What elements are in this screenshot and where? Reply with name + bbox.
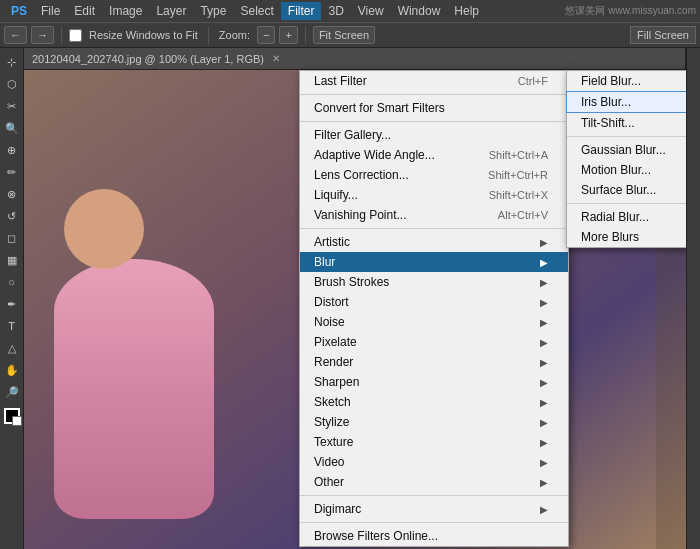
filter-sep-5 bbox=[300, 522, 568, 523]
tool-spot-heal[interactable]: ⊕ bbox=[2, 140, 22, 160]
canvas-tab: 20120404_202740.jpg @ 100% (Layer 1, RGB… bbox=[24, 48, 686, 70]
menubar-layer[interactable]: Layer bbox=[149, 2, 193, 20]
tool-eyedropper[interactable]: 🔍 bbox=[2, 118, 22, 138]
menubar-edit[interactable]: Edit bbox=[67, 2, 102, 20]
tool-path[interactable]: △ bbox=[2, 338, 22, 358]
zoom-label: Zoom: bbox=[216, 29, 253, 41]
filter-menu: Last Filter Ctrl+F Convert for Smart Fil… bbox=[299, 70, 569, 547]
menubar: PS File Edit Image Layer Type Select Fil… bbox=[0, 0, 700, 22]
menubar-help[interactable]: Help bbox=[447, 2, 486, 20]
menubar-file[interactable]: File bbox=[34, 2, 67, 20]
tool-crop[interactable]: ✂ bbox=[2, 96, 22, 116]
tool-gradient[interactable]: ▦ bbox=[2, 250, 22, 270]
resize-windows-label: Resize Windows to Fit bbox=[86, 29, 201, 41]
right-panel bbox=[686, 48, 700, 549]
toolbar-sep-2 bbox=[208, 26, 209, 44]
filter-sep-3 bbox=[300, 228, 568, 229]
menubar-select[interactable]: Select bbox=[233, 2, 280, 20]
blur-field[interactable]: Field Blur... bbox=[567, 71, 686, 91]
fit-screen-button[interactable]: Fit Screen bbox=[313, 26, 375, 44]
tool-pen[interactable]: ✒ bbox=[2, 294, 22, 314]
tool-hand[interactable]: ✋ bbox=[2, 360, 22, 380]
filter-adaptive-wide[interactable]: Adaptive Wide Angle... Shift+Ctrl+A bbox=[300, 145, 568, 165]
forward-button[interactable]: → bbox=[31, 26, 54, 44]
main-area: ⊹ ⬡ ✂ 🔍 ⊕ ✏ ⊗ ↺ ◻ ▦ ○ ✒ T △ ✋ 🔎 20120404… bbox=[0, 48, 700, 549]
canvas-close-button[interactable]: ✕ bbox=[272, 53, 280, 64]
blur-surface[interactable]: Surface Blur... bbox=[567, 180, 686, 200]
filter-last-filter[interactable]: Last Filter Ctrl+F bbox=[300, 71, 568, 91]
tool-clone[interactable]: ⊗ bbox=[2, 184, 22, 204]
menubar-window[interactable]: Window bbox=[391, 2, 448, 20]
filter-browse-online[interactable]: Browse Filters Online... bbox=[300, 526, 568, 546]
tool-dodge[interactable]: ○ bbox=[2, 272, 22, 292]
blur-motion[interactable]: Motion Blur... bbox=[567, 160, 686, 180]
blur-more[interactable]: More Blurs ▶ bbox=[567, 227, 686, 247]
filter-stylize[interactable]: Stylize ▶ bbox=[300, 412, 568, 432]
tool-lasso[interactable]: ⬡ bbox=[2, 74, 22, 94]
filter-pixelate[interactable]: Pixelate ▶ bbox=[300, 332, 568, 352]
toolbar-sep-3 bbox=[305, 26, 306, 44]
filter-sep-4 bbox=[300, 495, 568, 496]
toolbar: ← → Resize Windows to Fit Zoom: − + Fit … bbox=[0, 22, 700, 48]
filter-distort[interactable]: Distort ▶ bbox=[300, 292, 568, 312]
tools-panel: ⊹ ⬡ ✂ 🔍 ⊕ ✏ ⊗ ↺ ◻ ▦ ○ ✒ T △ ✋ 🔎 bbox=[0, 48, 24, 549]
filter-noise[interactable]: Noise ▶ bbox=[300, 312, 568, 332]
filter-other[interactable]: Other ▶ bbox=[300, 472, 568, 492]
toolbar-sep-1 bbox=[61, 26, 62, 44]
blur-tilt-shift[interactable]: Tilt-Shift... bbox=[567, 113, 686, 133]
blur-gaussian[interactable]: Gaussian Blur... bbox=[567, 140, 686, 160]
tool-brush[interactable]: ✏ bbox=[2, 162, 22, 182]
blur-iris[interactable]: Iris Blur... bbox=[566, 91, 686, 113]
zoom-in-button[interactable]: + bbox=[279, 26, 297, 44]
tool-eraser[interactable]: ◻ bbox=[2, 228, 22, 248]
filter-vanishing-point[interactable]: Vanishing Point... Alt+Ctrl+V bbox=[300, 205, 568, 225]
menubar-filter[interactable]: Filter bbox=[281, 2, 322, 20]
filter-liquify[interactable]: Liquify... Shift+Ctrl+X bbox=[300, 185, 568, 205]
filter-sharpen[interactable]: Sharpen ▶ bbox=[300, 372, 568, 392]
filter-gallery[interactable]: Filter Gallery... bbox=[300, 125, 568, 145]
menubar-ps[interactable]: PS bbox=[4, 2, 34, 20]
canvas-area: 20120404_202740.jpg @ 100% (Layer 1, RGB… bbox=[24, 48, 686, 549]
menubar-type[interactable]: Type bbox=[193, 2, 233, 20]
blur-radial[interactable]: Radial Blur... bbox=[567, 207, 686, 227]
fill-screen-button[interactable]: Fill Screen bbox=[630, 26, 696, 44]
filter-sep-1 bbox=[300, 94, 568, 95]
menubar-image[interactable]: Image bbox=[102, 2, 149, 20]
canvas-tab-title: 20120404_202740.jpg @ 100% (Layer 1, RGB bbox=[32, 53, 260, 65]
filter-digimarc[interactable]: Digimarc ▶ bbox=[300, 499, 568, 519]
menubar-view[interactable]: View bbox=[351, 2, 391, 20]
filter-smart-filters[interactable]: Convert for Smart Filters bbox=[300, 98, 568, 118]
filter-brush-strokes[interactable]: Brush Strokes ▶ bbox=[300, 272, 568, 292]
filter-sep-2 bbox=[300, 121, 568, 122]
back-button[interactable]: ← bbox=[4, 26, 27, 44]
canvas-tab-suffix: ) bbox=[260, 53, 264, 65]
filter-texture[interactable]: Texture ▶ bbox=[300, 432, 568, 452]
zoom-out-button[interactable]: − bbox=[257, 26, 275, 44]
foreground-color[interactable] bbox=[4, 408, 20, 424]
filter-video[interactable]: Video ▶ bbox=[300, 452, 568, 472]
tool-type[interactable]: T bbox=[2, 316, 22, 336]
blur-sep-2 bbox=[567, 203, 686, 204]
filter-blur[interactable]: Blur ▶ bbox=[300, 252, 568, 272]
tool-move[interactable]: ⊹ bbox=[2, 52, 22, 72]
tool-history[interactable]: ↺ bbox=[2, 206, 22, 226]
blur-sep-1 bbox=[567, 136, 686, 137]
resize-windows-checkbox[interactable] bbox=[69, 29, 82, 42]
blur-submenu: Field Blur... Iris Blur... Tilt-Shift...… bbox=[566, 70, 686, 248]
filter-lens-correction[interactable]: Lens Correction... Shift+Ctrl+R bbox=[300, 165, 568, 185]
menubar-3d[interactable]: 3D bbox=[321, 2, 350, 20]
tool-zoom[interactable]: 🔎 bbox=[2, 382, 22, 402]
filter-artistic[interactable]: Artistic ▶ bbox=[300, 232, 568, 252]
filter-sketch[interactable]: Sketch ▶ bbox=[300, 392, 568, 412]
filter-render[interactable]: Render ▶ bbox=[300, 352, 568, 372]
